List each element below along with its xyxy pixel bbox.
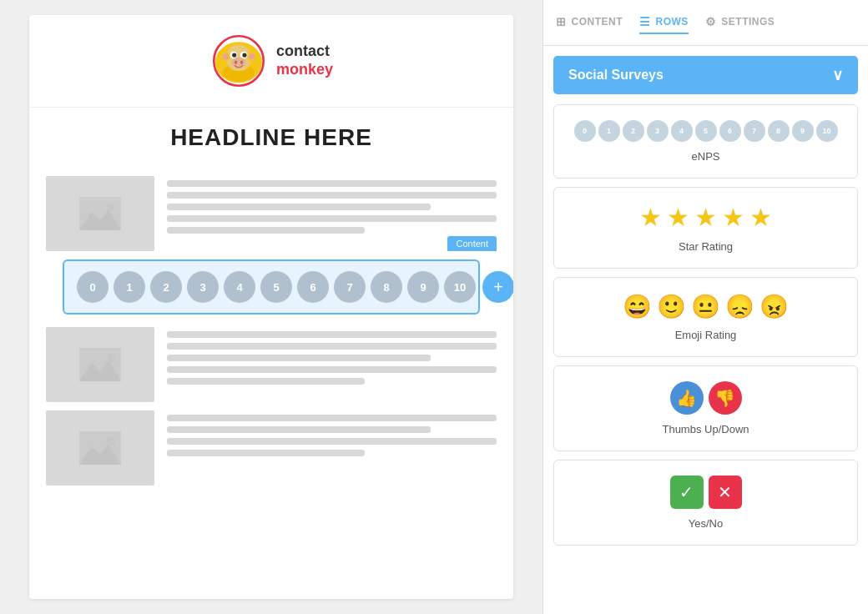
logo-text: contact monkey — [276, 43, 333, 78]
tab-content[interactable]: ⊞ CONTENT — [556, 11, 623, 34]
emoji-smile: 🙂 — [657, 293, 686, 320]
text-line — [167, 450, 365, 456]
enps-label: eNPS — [692, 150, 720, 163]
emoji-sad: 😞 — [725, 293, 754, 320]
svg-point-13 — [235, 61, 238, 64]
text-line — [167, 378, 365, 385]
settings-tab-icon: ⚙ — [705, 15, 717, 28]
yes-icon: ✓ — [670, 476, 704, 509]
enps-num-7[interactable]: 7 — [334, 271, 366, 303]
text-line — [167, 426, 431, 433]
image-placeholder-3 — [46, 410, 154, 486]
survey-item-yesno[interactable]: ✓ ✕ Yes/No — [553, 460, 858, 546]
content-tab-icon: ⊞ — [556, 15, 567, 28]
text-line — [167, 180, 497, 187]
enps-numbers: 0 1 2 3 4 5 6 7 8 9 10 — [77, 271, 476, 303]
enps-num-6[interactable]: 6 — [297, 271, 329, 303]
text-line — [167, 343, 497, 350]
enps-num-2[interactable]: 2 — [150, 271, 182, 303]
tab-settings-label: SETTINGS — [721, 16, 775, 28]
star-3: ★ — [694, 203, 717, 232]
image-placeholder-1 — [46, 176, 154, 251]
star-4: ★ — [722, 203, 744, 232]
enps-row[interactable]: 0 1 2 3 4 5 6 7 8 9 10 + — [63, 259, 480, 315]
enps-num-5[interactable]: 5 — [260, 271, 292, 303]
text-line — [167, 215, 497, 222]
text-lines-2 — [167, 327, 497, 385]
emoji-happy: 😄 — [623, 293, 652, 320]
yesno-icons: ✓ ✕ — [670, 476, 742, 509]
survey-item-enps[interactable]: 0 1 2 3 4 5 6 7 8 9 10 eNPS — [553, 104, 858, 179]
enps-num-9[interactable]: 9 — [407, 271, 439, 303]
text-line — [167, 192, 497, 199]
tab-content-label: CONTENT — [572, 16, 623, 28]
right-panel: ⊞ CONTENT ☰ ROWS ⚙ SETTINGS Social Surve… — [542, 0, 868, 614]
emoji-rating-label: Emoji Rating — [675, 329, 737, 341]
enps-add-button[interactable]: + — [482, 271, 513, 303]
survey-item-emoji-rating[interactable]: 😄 🙂 😐 😞 😠 Emoji Rating — [553, 277, 858, 357]
email-headline: HEADLINE HERE — [29, 108, 513, 168]
rows-tab-icon: ☰ — [639, 15, 651, 28]
svg-point-18 — [107, 203, 115, 211]
image-placeholder-2 — [46, 327, 154, 402]
svg-point-10 — [232, 53, 236, 57]
survey-list: 0 1 2 3 4 5 6 7 8 9 10 eNPS ★ ★ ★ ★ ★ — [543, 104, 868, 614]
star-2: ★ — [667, 203, 689, 232]
svg-point-7 — [249, 53, 255, 59]
enps-num-10[interactable]: 10 — [444, 271, 476, 303]
text-line — [167, 331, 497, 338]
text-lines-1 — [167, 176, 497, 234]
emoji-icons: 😄 🙂 😐 😞 😠 — [623, 293, 789, 320]
svg-point-21 — [107, 354, 115, 362]
thumbs-icons: 👍 👎 — [670, 381, 742, 415]
tabs-bar: ⊞ CONTENT ☰ ROWS ⚙ SETTINGS — [543, 0, 868, 46]
logo-contact-word: contact — [276, 43, 333, 61]
logo-icon — [209, 32, 268, 90]
svg-point-12 — [231, 58, 246, 68]
chevron-down-icon: ∨ — [832, 66, 843, 84]
text-line — [167, 227, 365, 234]
enps-num-4[interactable]: 4 — [224, 271, 255, 303]
text-lines-3 — [167, 410, 497, 456]
no-icon: ✕ — [709, 476, 742, 509]
yesno-label: Yes/No — [689, 517, 723, 530]
logo-monkey-word: monkey — [276, 61, 333, 79]
star-icons: ★ ★ ★ ★ ★ — [639, 203, 772, 232]
svg-point-11 — [242, 53, 246, 57]
survey-item-thumbs[interactable]: 👍 👎 Thumbs Up/Down — [553, 365, 858, 451]
enps-mini-numbers: 0 1 2 3 4 5 6 7 8 9 10 — [574, 120, 838, 142]
thumbs-up-icon: 👍 — [670, 381, 704, 415]
social-surveys-header[interactable]: Social Surveys ∨ — [553, 56, 858, 94]
star-rating-label: Star Rating — [679, 240, 733, 253]
content-row-1 — [46, 176, 497, 251]
logo-container: contact monkey — [209, 32, 333, 90]
enps-num-1[interactable]: 1 — [114, 271, 145, 303]
content-label: Content — [447, 236, 497, 251]
emoji-angry: 😠 — [760, 293, 789, 320]
text-line — [167, 366, 497, 373]
survey-item-star-rating[interactable]: ★ ★ ★ ★ ★ Star Rating — [553, 187, 858, 269]
tab-rows[interactable]: ☰ ROWS — [639, 11, 689, 34]
email-header: contact monkey — [29, 15, 513, 108]
enps-num-0[interactable]: 0 — [77, 271, 108, 303]
thumbs-down-icon: 👎 — [709, 381, 742, 415]
text-line — [167, 204, 431, 210]
tab-rows-label: ROWS — [656, 16, 689, 28]
enps-num-3[interactable]: 3 — [187, 271, 219, 303]
content-row-3 — [46, 410, 497, 486]
social-surveys-label: Social Surveys — [568, 68, 664, 83]
star-1: ★ — [639, 203, 662, 232]
svg-point-24 — [107, 437, 115, 445]
email-content-rows: Content 0 1 2 3 4 5 6 7 8 9 10 — [29, 168, 513, 599]
content-row-2 — [46, 327, 497, 402]
enps-num-8[interactable]: 8 — [371, 271, 402, 303]
enps-highlighted-row: Content 0 1 2 3 4 5 6 7 8 9 10 — [46, 259, 497, 315]
text-line — [167, 355, 431, 361]
email-preview: contact monkey HEADLINE HERE — [29, 15, 513, 599]
svg-point-14 — [240, 61, 244, 64]
email-preview-panel: contact monkey HEADLINE HERE — [0, 0, 542, 614]
star-5: ★ — [749, 203, 772, 232]
tab-settings[interactable]: ⚙ SETTINGS — [705, 11, 775, 34]
text-line — [167, 415, 497, 421]
svg-point-5 — [223, 53, 229, 59]
